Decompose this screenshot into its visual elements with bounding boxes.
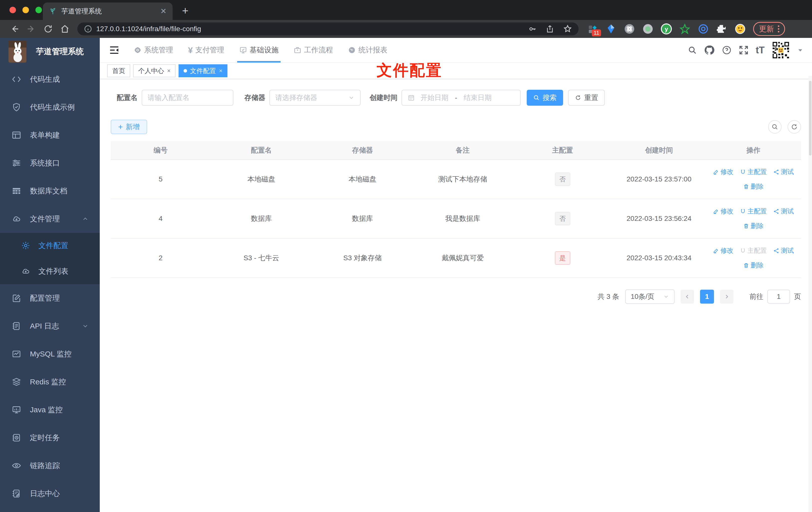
- close-icon[interactable]: ×: [167, 67, 171, 74]
- y-extension-icon[interactable]: y: [661, 24, 672, 34]
- fullscreen-icon[interactable]: [739, 45, 749, 55]
- master-link[interactable]: 主配置: [740, 207, 767, 216]
- tag-profile[interactable]: 个人中心 ×: [133, 64, 176, 77]
- menu-fold-icon[interactable]: [109, 44, 120, 56]
- add-button[interactable]: + 新增: [111, 120, 147, 134]
- add-button-label: 新增: [126, 122, 140, 131]
- tag-manager-extension-icon[interactable]: 11: [587, 24, 598, 34]
- topnav-system[interactable]: 系统管理: [134, 38, 173, 63]
- sidebar-item-log-center[interactable]: 日志中心: [0, 480, 100, 508]
- extension-area: 11 y: [587, 24, 746, 34]
- browser-tab[interactable]: 芋道管理系统 ✕: [43, 2, 173, 20]
- sidebar-item-file-list[interactable]: 文件列表: [0, 259, 100, 284]
- edit-link[interactable]: 修改: [713, 207, 733, 216]
- test-link[interactable]: 测试: [773, 207, 794, 216]
- close-window-button[interactable]: [9, 7, 16, 13]
- caret-down-icon[interactable]: [797, 47, 804, 53]
- topnav-payment[interactable]: ¥ 支付管理: [188, 38, 224, 63]
- url-text[interactable]: 127.0.0.1:1024/infra/file/file-config: [96, 25, 519, 33]
- pagination-total: 共 3 条: [598, 292, 619, 301]
- sidebar-item-file-management[interactable]: 文件管理: [0, 205, 100, 233]
- lens-extension-icon[interactable]: [698, 24, 709, 34]
- topnav-infrastructure[interactable]: 基础设施: [239, 38, 279, 63]
- back-icon[interactable]: [9, 24, 20, 34]
- delete-link[interactable]: 删除: [743, 182, 764, 191]
- emoji-extension-icon[interactable]: [735, 24, 746, 34]
- sidebar-item-label: 数据库文档: [30, 186, 67, 196]
- date-end-placeholder[interactable]: 结束日期: [464, 93, 492, 102]
- tag-file-config[interactable]: 文件配置 ×: [179, 64, 227, 77]
- date-range-input[interactable]: 开始日期 - 结束日期: [402, 90, 521, 106]
- reset-button[interactable]: 重置: [568, 90, 605, 106]
- scrollbar-thumb[interactable]: [809, 81, 812, 155]
- next-page-button[interactable]: [720, 290, 733, 304]
- name-filter-input[interactable]: 请输入配置名: [142, 90, 233, 106]
- scrollbar[interactable]: [809, 76, 812, 512]
- traffic-lights[interactable]: [9, 7, 42, 13]
- page-size-select[interactable]: 10条/页: [625, 290, 675, 304]
- topnav-reports[interactable]: 统计报表: [348, 38, 387, 63]
- dot-extension-icon[interactable]: [642, 24, 654, 34]
- refresh-table-icon[interactable]: [788, 120, 801, 133]
- sidebar-item-config-management[interactable]: 配置管理: [0, 284, 100, 312]
- edit-link[interactable]: 修改: [713, 246, 733, 255]
- app-logo[interactable]: 芋道管理系统: [0, 38, 100, 65]
- maximize-window-button[interactable]: [35, 7, 42, 13]
- document-lines-icon: [11, 321, 22, 331]
- new-tab-button[interactable]: +: [182, 4, 188, 17]
- close-icon[interactable]: ×: [219, 67, 223, 74]
- favicon-plant-icon: [49, 7, 57, 15]
- url-bar[interactable]: 127.0.0.1:1024/infra/file/file-config: [77, 23, 579, 35]
- tab-close-icon[interactable]: ✕: [161, 7, 167, 15]
- sidebar-item-form-builder[interactable]: 表单构建: [0, 121, 100, 149]
- font-size-icon[interactable]: tT: [756, 45, 764, 56]
- prev-page-button[interactable]: [680, 290, 694, 304]
- topnav-workflow[interactable]: 工作流程: [293, 38, 333, 63]
- github-icon[interactable]: [704, 44, 715, 56]
- bookmark-star-icon[interactable]: [563, 24, 572, 33]
- chevron-down-icon: [663, 294, 669, 300]
- star-extension-icon[interactable]: [679, 24, 690, 34]
- forward-icon[interactable]: [26, 24, 36, 34]
- reload-icon[interactable]: [44, 24, 53, 34]
- sidebar-item-tracing[interactable]: 链路追踪: [0, 452, 100, 480]
- search-toggle-icon[interactable]: [768, 120, 782, 133]
- sidebar-item-code-generation[interactable]: 代码生成: [0, 65, 100, 93]
- puzzle-extension-icon[interactable]: [716, 24, 727, 34]
- date-start-placeholder[interactable]: 开始日期: [420, 93, 448, 102]
- browser-menu-icon[interactable]: [778, 25, 779, 32]
- table-grid-icon: [11, 186, 22, 196]
- test-link[interactable]: 测试: [773, 168, 794, 176]
- sidebar-item-java-monitor[interactable]: Java 监控: [0, 396, 100, 424]
- help-icon[interactable]: [722, 45, 732, 55]
- command-extension-icon[interactable]: [624, 24, 635, 34]
- avatar[interactable]: [772, 41, 790, 59]
- sidebar-item-mysql-monitor[interactable]: MySQL 监控: [0, 340, 100, 368]
- goto-page-input[interactable]: 1: [767, 290, 790, 304]
- search-icon[interactable]: [688, 46, 697, 55]
- search-button[interactable]: 搜索: [527, 90, 563, 106]
- storage-filter-select[interactable]: 请选择存储器: [269, 90, 360, 106]
- master-link[interactable]: 主配置: [740, 168, 767, 176]
- sidebar-item-redis-monitor[interactable]: Redis 监控: [0, 368, 100, 396]
- sidebar-item-file-config[interactable]: 文件配置: [0, 233, 100, 259]
- sidebar-item-label: 配置管理: [30, 293, 60, 303]
- edit-link[interactable]: 修改: [713, 168, 733, 176]
- password-key-icon[interactable]: [528, 25, 537, 33]
- drop-extension-icon[interactable]: [606, 24, 616, 34]
- sidebar-item-code-example[interactable]: 代码生成示例: [0, 93, 100, 121]
- delete-link[interactable]: 删除: [743, 261, 764, 270]
- sidebar-item-system-api[interactable]: 系统接口: [0, 149, 100, 177]
- test-link[interactable]: 测试: [773, 246, 794, 255]
- sidebar-item-api-log[interactable]: API 日志: [0, 312, 100, 340]
- site-info-icon[interactable]: [84, 25, 92, 33]
- browser-update-button[interactable]: 更新: [753, 22, 785, 36]
- current-page-button[interactable]: 1: [700, 290, 714, 304]
- tag-home[interactable]: 首页: [107, 64, 130, 77]
- home-icon[interactable]: [60, 24, 70, 34]
- sidebar-item-db-doc[interactable]: 数据库文档: [0, 177, 100, 205]
- minimize-window-button[interactable]: [23, 7, 29, 13]
- share-icon[interactable]: [546, 25, 554, 33]
- sidebar-item-scheduled-tasks[interactable]: 定时任务: [0, 424, 100, 452]
- delete-link[interactable]: 删除: [743, 221, 764, 230]
